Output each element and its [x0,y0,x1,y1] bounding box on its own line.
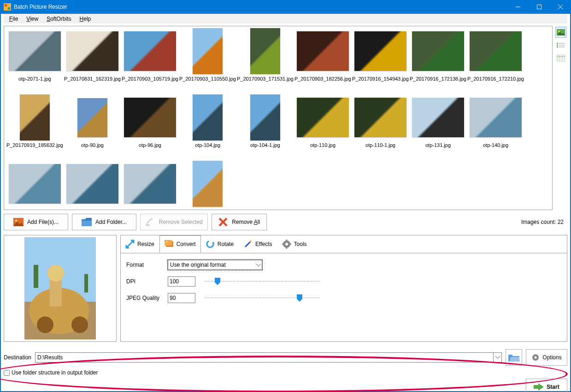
options-button[interactable]: Options [526,349,567,366]
thumbnail-item[interactable]: otp-148.jpg [64,161,121,210]
thumbnail-item[interactable]: P_20170916_154943.jpg [352,28,409,93]
thumbnail-item[interactable]: P_20170903_105719.jpg [121,28,179,93]
remove-selected-label: Remove Selected [159,219,203,225]
window-title: Batch Picture Resizer [14,4,67,10]
gear-icon [282,240,291,249]
tab-effects[interactable]: Effects [239,235,277,253]
svg-point-28 [71,316,88,333]
thumbnail-item[interactable]: otp-104-1.jpg [236,94,294,159]
format-select[interactable]: Use the original format [168,260,262,270]
titlebar: Batch Picture Resizer [0,0,571,14]
tab-convert[interactable]: Convert [159,235,201,253]
thumbnail-label: otp-131.jpg [425,142,451,148]
thumbnail-label: P_20170903_105719.jpg [122,76,178,82]
gear-icon [531,353,540,362]
thumbnail-label: otp-2071-1.jpg [18,76,51,82]
preview-image [24,237,96,339]
svg-point-8 [558,30,560,32]
thumbnail-label: otp-148.jpg [80,209,105,210]
image-icon [557,29,565,35]
svg-point-27 [37,316,53,333]
menubar: File View SoftOrbits Help [4,14,567,24]
tab-tools[interactable]: Tools [277,235,312,253]
svg-rect-9 [557,43,558,44]
x-icon [218,217,228,227]
dpi-slider[interactable] [205,277,320,286]
folder-structure-label: Use folder structure in output folder [12,369,98,376]
remove-selected-button[interactable]: Remove Selected [140,214,208,230]
slider-thumb-icon [215,278,220,285]
destination-combo[interactable] [35,352,502,363]
maximize-button[interactable] [529,0,550,14]
tab-resize[interactable]: Resize [121,235,159,253]
thumbnail-item[interactable]: otp-104.jpg [179,94,236,159]
wand-icon [243,240,253,249]
thumbnail-item[interactable]: P_20170916_172210.jpg [467,28,524,93]
thumbnail-item[interactable]: otp-145.jpg [6,161,64,210]
image-count: Images count: 22 [521,219,567,225]
thumbnail-item[interactable]: otp-2071-1.jpg [6,28,64,93]
thumbnail-item[interactable]: P_20170903_110550.jpg [179,28,236,93]
svg-point-36 [207,241,213,247]
tab-rotate[interactable]: Rotate [201,235,239,253]
view-details-button[interactable] [555,53,566,64]
thumbnail-label: P_20170919_185632.jpg [6,142,63,148]
svg-rect-14 [559,47,565,47]
thumbnail-item[interactable]: otp-140.jpg [467,94,524,159]
thumbnail-item[interactable]: otp-131.jpg [409,94,467,159]
thumbnail-item[interactable]: P_20170919_185632.jpg [6,94,64,159]
start-button[interactable]: Start [526,379,567,392]
view-list-button[interactable] [555,40,566,51]
preview-pane [4,235,117,342]
svg-rect-31 [34,265,38,288]
thumbnail-item[interactable]: otp-90.jpg [64,94,121,159]
menu-file[interactable]: File [6,15,22,23]
thumbnail-item[interactable]: P_20170916_172138.jpg [409,28,467,93]
destination-input[interactable] [35,353,493,362]
chevron-down-icon[interactable] [493,353,501,362]
play-icon [534,383,544,391]
add-files-label: Add File(s)... [27,219,59,225]
thumbnail-item[interactable]: otp-110-1.jpg [352,94,409,159]
thumbnail-label: otp-148-1.jpg [135,209,165,210]
folder-structure-checkbox[interactable] [4,370,10,376]
thumbnail-item[interactable]: otp-148-1.jpg [121,161,179,210]
thumbnail-item[interactable]: otp-110.jpg [294,94,352,159]
picture-add-icon [13,217,24,227]
thumbnail-label: P_20170903_182256.jpg [294,76,351,82]
minimize-button[interactable] [507,0,529,14]
svg-rect-34 [165,240,172,246]
dpi-input[interactable] [168,276,195,287]
thumbnail-item[interactable]: P_20170831_162319.jpg [64,28,121,93]
remove-all-label: Remove All [232,219,260,225]
menu-softorbits[interactable]: SoftOrbits [43,15,75,23]
thumbnail-label: otp-171.jpg [195,209,220,210]
browse-folder-button[interactable] [506,349,522,366]
quality-slider[interactable] [205,293,320,303]
add-files-button[interactable]: Add File(s)... [4,214,68,230]
menu-view[interactable]: View [23,15,42,23]
svg-rect-46 [534,385,538,389]
svg-point-30 [47,265,64,281]
quality-label: JPEG Quality [126,295,168,301]
svg-point-45 [535,357,537,359]
svg-rect-11 [557,45,558,46]
menu-help[interactable]: Help [76,15,95,23]
remove-all-button[interactable]: Remove All [212,214,267,230]
view-thumbnails-button[interactable] [555,27,566,38]
thumbnail-grid[interactable]: otp-2071-1.jpgP_20170831_162319.jpgP_201… [4,26,553,210]
thumbnail-item[interactable]: P_20170903_182256.jpg [294,28,352,93]
settings-panel: Resize Convert Rotate Effects Tools [120,235,567,342]
add-folder-button[interactable]: Add Folder... [72,214,136,230]
svg-point-39 [285,243,288,246]
close-button[interactable] [550,0,571,14]
thumbnail-label: P_20170916_172210.jpg [467,76,524,82]
thumbnail-item[interactable]: otp-171.jpg [179,161,236,210]
thumbnail-label: P_20170916_154943.jpg [352,76,409,82]
dpi-label: DPI [126,278,168,285]
list-icon [557,42,565,48]
thumbnail-label: otp-90.jpg [81,142,104,148]
quality-input[interactable] [168,293,195,303]
thumbnail-item[interactable]: P_20170903_171531.jpg [236,28,294,93]
thumbnail-item[interactable]: otp-96.jpg [121,94,179,159]
